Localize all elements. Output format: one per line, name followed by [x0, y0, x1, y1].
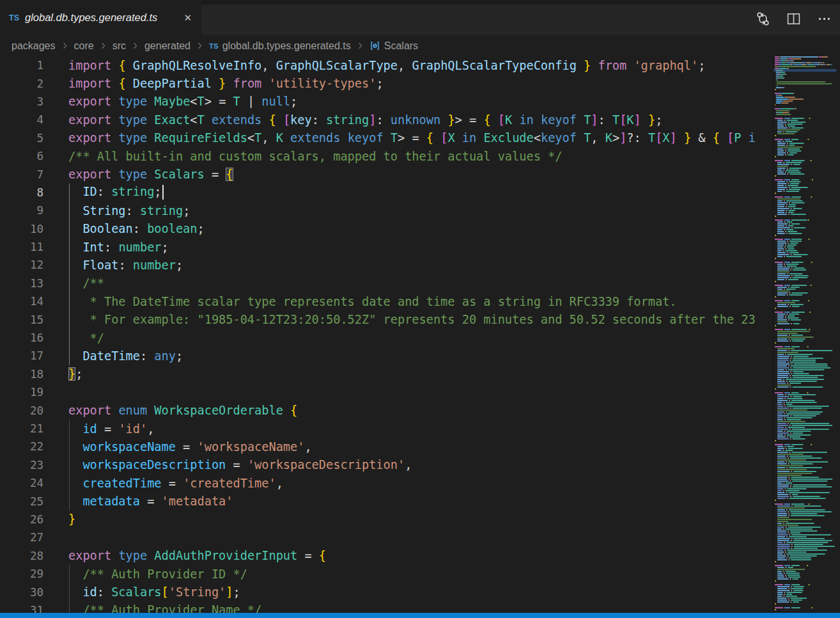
code-editor[interactable]: 1import { GraphQLResolveInfo, GraphQLSca…	[0, 56, 773, 613]
code-line-8[interactable]: 8 ID: string;	[0, 184, 773, 202]
code-line-28[interactable]: 28export type AddAuthProviderInput = {	[0, 547, 773, 565]
indent-guide	[69, 420, 70, 438]
breadcrumb-item-global-db-types-generated-ts[interactable]: TSglobal.db.types.generated.ts	[209, 40, 351, 52]
code-line-12[interactable]: 12 Float: number;	[0, 256, 773, 274]
code-line-25[interactable]: 25 metadata = 'metadata'	[0, 492, 773, 510]
code-line-21[interactable]: 21 id = 'id',	[0, 420, 773, 438]
line-number[interactable]: 21	[0, 422, 68, 435]
line-number[interactable]: 20	[0, 404, 68, 417]
breadcrumb-item-scalars[interactable]: Scalars	[369, 40, 418, 52]
code-line-20[interactable]: 20export enum WorkspaceOrderable {	[0, 401, 773, 419]
breadcrumb-item-generated[interactable]: generated	[144, 40, 191, 52]
code-line-4[interactable]: 4export type Exact<T extends { [key: str…	[0, 111, 773, 129]
code-token: RequireFields	[154, 131, 247, 145]
code-line-5[interactable]: 5export type RequireFields<T, K extends …	[0, 129, 773, 147]
split-editor-button[interactable]	[782, 9, 804, 31]
code-line-1[interactable]: 1import { GraphQLResolveInfo, GraphQLSca…	[0, 56, 773, 74]
code-token: >	[612, 131, 619, 145]
code-text: export type RequireFields<T, K extends k…	[68, 131, 773, 145]
code-text: Float: number;	[68, 258, 773, 272]
code-line-14[interactable]: 14 * The DateTime scalar type represents…	[0, 292, 773, 310]
tab-global-db-types-generated-ts[interactable]: TS global.db.types.generated.ts ✕	[0, 0, 201, 35]
line-number[interactable]: 24	[0, 477, 68, 489]
line-number[interactable]: 30	[0, 586, 68, 599]
code-line-6[interactable]: 6/** All built-in and custom scalars, ma…	[0, 147, 773, 165]
code-line-18[interactable]: 18};	[0, 365, 773, 383]
breadcrumb-item-src[interactable]: src	[113, 40, 126, 52]
line-number[interactable]: 9	[0, 204, 68, 217]
more-actions-button[interactable]	[813, 9, 835, 31]
code-text: export type AddAuthProviderInput = {	[68, 549, 773, 562]
code-line-27[interactable]: 27	[0, 528, 773, 546]
code-line-16[interactable]: 16 */	[0, 329, 773, 347]
line-number[interactable]: 29	[0, 567, 68, 580]
code-token: * The DateTime scalar type represents da…	[68, 295, 677, 308]
code-line-26[interactable]: 26}	[0, 511, 773, 528]
line-number[interactable]: 14	[0, 295, 68, 308]
close-tab-icon[interactable]: ✕	[182, 11, 194, 25]
line-number[interactable]: 17	[0, 349, 68, 362]
breadcrumb-item-core[interactable]: core	[74, 40, 94, 52]
code-token: :	[118, 258, 132, 272]
code-line-7[interactable]: 7export type Scalars = {	[0, 165, 773, 183]
code-token: string	[326, 113, 369, 127]
code-line-15[interactable]: 15 * For example: "1985-04-12T23:20:50.5…	[0, 310, 773, 328]
line-number[interactable]: 11	[0, 241, 68, 253]
code-token: 'String'	[169, 585, 226, 599]
line-number[interactable]: 12	[0, 258, 68, 271]
code-line-30[interactable]: 30 id: Scalars['String'];	[0, 583, 773, 601]
line-number[interactable]: 1	[0, 59, 68, 72]
minimap-canvas[interactable]	[774, 56, 836, 613]
code-line-9[interactable]: 9 String: string;	[0, 202, 773, 219]
code-line-23[interactable]: 23 workspaceDescription = 'workspaceDesc…	[0, 456, 773, 474]
line-number[interactable]: 10	[0, 223, 68, 235]
code-line-3[interactable]: 3export type Maybe<T> = T | null;	[0, 93, 773, 111]
line-number[interactable]: 2	[0, 77, 68, 90]
line-number[interactable]: 22	[0, 440, 68, 453]
line-number[interactable]: 13	[0, 277, 68, 290]
line-number[interactable]: 27	[0, 531, 68, 544]
indent-guide	[69, 347, 70, 365]
breadcrumb-item-packages[interactable]: packages	[12, 40, 56, 52]
code-token: K	[605, 131, 612, 145]
line-number[interactable]: 16	[0, 331, 68, 344]
code-line-13[interactable]: 13 /**	[0, 274, 773, 292]
open-changes-button[interactable]	[752, 9, 774, 31]
code-token: :	[133, 222, 147, 235]
code-line-19[interactable]: 19	[0, 383, 773, 401]
code-token: ID	[68, 185, 97, 198]
minimap[interactable]	[773, 56, 840, 613]
line-number[interactable]: 18	[0, 368, 68, 381]
code-line-17[interactable]: 17 DateTime: any;	[0, 347, 773, 365]
line-number[interactable]: 31	[0, 604, 68, 613]
code-line-10[interactable]: 10 Boolean: boolean;	[0, 220, 773, 238]
code-token: =	[205, 168, 226, 181]
code-line-29[interactable]: 29 /** Auth Provider ID */	[0, 565, 773, 583]
line-number[interactable]: 3	[0, 95, 68, 108]
code-token: =	[97, 422, 119, 436]
code-text: export enum WorkspaceOrderable {	[68, 404, 773, 417]
code-token: :	[376, 113, 390, 127]
code-line-2[interactable]: 2import { DeepPartial } from 'utility-ty…	[0, 74, 773, 92]
code-token: =	[176, 440, 198, 454]
line-number[interactable]: 25	[0, 495, 68, 508]
line-number[interactable]: 7	[0, 168, 68, 181]
code-line-11[interactable]: 11 Int: number;	[0, 238, 773, 256]
line-number[interactable]: 15	[0, 313, 68, 326]
line-number[interactable]: 4	[0, 113, 68, 126]
code-token: ,	[147, 422, 154, 436]
code-token: extends	[205, 113, 269, 127]
line-number[interactable]: 8	[0, 186, 68, 199]
code-token: =	[162, 477, 183, 490]
line-number[interactable]: 5	[0, 132, 68, 145]
line-number[interactable]: 28	[0, 550, 68, 562]
code-text: import { DeepPartial } from 'utility-typ…	[68, 77, 773, 90]
code-line-24[interactable]: 24 createdTime = 'createdTime',	[0, 474, 773, 492]
code-line-31[interactable]: 31 /** Auth Provider Name */	[0, 601, 773, 613]
line-number[interactable]: 6	[0, 150, 68, 162]
code-line-22[interactable]: 22 workspaceName = 'workspaceName',	[0, 438, 773, 456]
line-number[interactable]: 23	[0, 459, 68, 471]
line-number[interactable]: 19	[0, 386, 68, 399]
line-number[interactable]: 26	[0, 513, 68, 526]
code-token: Exact	[154, 113, 190, 127]
